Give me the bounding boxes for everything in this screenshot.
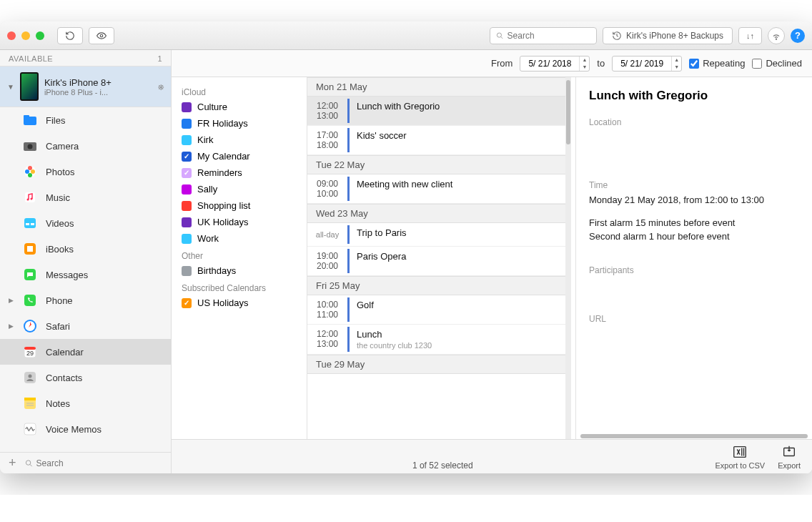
horizontal-scrollbar[interactable] [576,433,812,439]
excel-icon [732,444,748,460]
event-row[interactable]: 12:0013:00Lunch with Gregorio [307,97,565,126]
app-window: Kirk's iPhone 8+ Backups ↓↑ ? AVAILABLE … [0,21,812,473]
sidebar-item-calendar[interactable]: 29Calendar [0,339,171,365]
sidebar-search-input[interactable] [36,458,165,468]
event-list: Mon 21 May12:0013:00Lunch with Gregorio1… [307,77,576,439]
sidebar-item-notes[interactable]: Notes [0,390,171,416]
calendar-list: iCloudCultureFR HolidaysKirkMy CalendarR… [172,77,307,439]
calendar-label: Reminders [197,167,242,178]
calendar-item[interactable]: Birthdays [172,262,307,279]
calendar-label: Work [197,233,219,244]
svg-point-9 [28,166,32,170]
event-row[interactable]: 17:0018:00Kids' soccer [307,126,565,155]
transfer-button[interactable]: ↓↑ [738,27,762,44]
sidebar-item-files[interactable]: Files [0,107,171,133]
calendar-item[interactable]: Reminders [172,164,307,181]
event-time: 09:0010:00 [307,174,347,203]
add-button[interactable]: + [6,455,19,471]
to-date-input[interactable] [613,59,671,69]
calendar-item[interactable]: Culture [172,99,307,115]
calendar-color-chip[interactable] [182,152,192,162]
close-window-button[interactable] [7,31,16,40]
event-location: the country club 1230 [357,341,558,350]
export-button[interactable]: Export [778,444,801,470]
device-row[interactable]: ▼ Kirk's iPhone 8+ iPhone 8 Plus - i... … [0,66,171,107]
sidebar-item-camera[interactable]: Camera [0,133,171,159]
toolbar-search[interactable] [490,27,597,44]
sidebar-item-phone[interactable]: ▶Phone [0,287,171,313]
scrollbar[interactable] [565,77,571,439]
calendar-label: UK Holidays [197,217,249,227]
sidebar-item-contacts[interactable]: Contacts [0,365,171,390]
calendar-color-chip[interactable] [182,217,192,227]
stepper-up[interactable]: ▲ [580,56,589,64]
videos-icon [21,215,39,232]
calendar-color-chip[interactable] [182,119,192,129]
day-header: Tue 29 May [307,355,565,374]
stepper-down[interactable]: ▼ [580,64,589,71]
calendar-item[interactable]: Shopping list [172,197,307,214]
from-date-input[interactable] [520,59,579,69]
export-csv-button[interactable]: Export to CSV [716,444,766,470]
camera-icon [21,137,39,154]
calendar-color-chip[interactable] [182,298,192,308]
from-date-stepper[interactable]: ▲▼ [520,56,590,72]
calendar-color-chip[interactable] [182,135,192,145]
calendar-item[interactable]: FR Holidays [172,115,307,132]
minimize-window-button[interactable] [21,31,30,40]
calendar-item[interactable]: My Calendar [172,148,307,164]
backups-button[interactable]: Kirk's iPhone 8+ Backups [603,27,733,44]
event-row[interactable]: 09:0010:00Meeting with new client [307,174,565,204]
event-title: Lunch [357,329,558,340]
calendar-color-chip[interactable] [182,266,192,276]
repeating-checkbox[interactable]: Repeating [689,58,745,69]
calendar-color-chip[interactable] [182,201,192,211]
event-row[interactable]: 12:0013:00Lunchthe country club 1230 [307,325,565,355]
calendar-item[interactable]: US Holidays [172,295,307,311]
sidebar-item-ibooks[interactable]: iBooks [0,236,171,262]
sidebar-item-photos[interactable]: Photos [0,159,171,184]
event-title: Golf [357,300,558,310]
calendar-item[interactable]: Kirk [172,132,307,148]
calendar-item[interactable]: Work [172,230,307,247]
refresh-button[interactable] [57,27,83,44]
sidebar-item-voice-memos[interactable]: Voice Memos [0,416,171,442]
event-time: 12:0013:00 [307,97,347,125]
nav-label: Files [46,115,65,126]
to-date-stepper[interactable]: ▲▼ [612,56,682,72]
calendar-color-chip[interactable] [182,168,192,178]
svg-rect-21 [24,295,36,306]
calendar-item[interactable]: Sally [172,181,307,197]
sidebar-section-count: 1 [157,54,162,63]
calendar-color-chip[interactable] [182,234,192,244]
sidebar-item-safari[interactable]: ▶Safari [0,313,171,339]
calendar-item[interactable]: UK Holidays [172,214,307,230]
wifi-button[interactable] [768,27,785,44]
location-label: Location [589,117,799,127]
folder-icon [21,112,39,129]
sidebar-item-music[interactable]: Music [0,184,171,210]
event-row[interactable]: all-dayTrip to Paris [307,223,565,247]
event-row[interactable]: 19:0020:00Paris Opera [307,247,565,276]
calendar-color-chip[interactable] [182,184,192,194]
help-button[interactable]: ? [791,29,805,43]
svg-rect-17 [26,223,29,225]
declined-checkbox[interactable]: Declined [752,58,802,69]
zoom-window-button[interactable] [36,31,44,40]
event-row[interactable]: 10:0011:00Golf [307,295,565,325]
voice-icon [21,420,39,438]
calendar-color-chip[interactable] [182,102,192,112]
toolbar-search-input[interactable] [508,31,590,41]
sidebar-item-messages[interactable]: Messages [0,262,171,287]
calendar-icon: 29 [21,343,39,360]
nav-label: Calendar [46,347,84,358]
sidebar-item-videos[interactable]: Videos [0,210,171,236]
sidebar-search[interactable] [25,458,165,468]
svg-line-35 [29,464,31,466]
stepper-up[interactable]: ▲ [672,56,681,64]
nav-label: Safari [46,321,70,332]
preview-button[interactable] [89,27,114,44]
device-subtitle: iPhone 8 Plus - i... [44,88,152,97]
day-header: Wed 23 May [307,204,565,223]
stepper-down[interactable]: ▼ [672,64,681,71]
